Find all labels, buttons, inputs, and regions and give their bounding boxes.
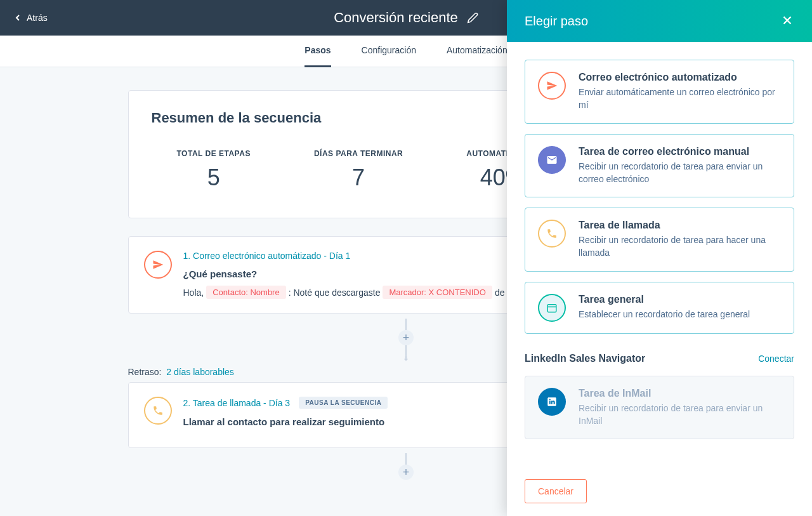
add-step-button[interactable]: + xyxy=(398,330,414,345)
option-desc: Recibir un recordatorio de tarea para en… xyxy=(579,402,781,428)
section-title: LinkedIn Sales Navigator xyxy=(525,353,645,364)
option-automated-email[interactable]: Correo electrónico automatizado Enviar a… xyxy=(525,60,794,124)
stat-total: TOTAL DE ETAPAS 5 xyxy=(177,149,251,191)
phone-icon xyxy=(538,220,566,248)
stat-label: DÍAS PARA TERMINAR xyxy=(314,149,403,158)
stat-label: TOTAL DE ETAPAS xyxy=(177,149,251,158)
option-title: Tarea de llamada xyxy=(579,220,781,231)
close-button[interactable] xyxy=(780,13,794,29)
chevron-left-icon xyxy=(13,13,23,23)
token-content-marker: Marcador: X CONTENIDO xyxy=(383,286,492,299)
option-desc: Recibir un recordatorio de tarea para en… xyxy=(579,160,781,186)
send-icon xyxy=(144,251,172,279)
edit-icon[interactable] xyxy=(467,12,478,23)
stat-value: 5 xyxy=(177,164,251,191)
phone-icon xyxy=(144,397,172,425)
title-wrap: Conversión reciente xyxy=(334,10,478,26)
linkedin-icon xyxy=(538,388,566,416)
option-manual-email[interactable]: Tarea de correo electrónico manual Recib… xyxy=(525,134,794,198)
option-desc: Enviar automáticamente un correo electró… xyxy=(579,86,781,112)
tab-config[interactable]: Configuración xyxy=(362,36,416,67)
choose-step-drawer: Elegir paso Correo electrónico automatiz… xyxy=(507,0,812,516)
tab-steps[interactable]: Pasos xyxy=(304,36,331,67)
svg-rect-2 xyxy=(547,305,556,312)
option-desc: Recibir un recordatorio de tarea para ha… xyxy=(579,234,781,260)
stat-days: DÍAS PARA TERMINAR 7 xyxy=(314,149,403,191)
delay-value[interactable]: 2 días laborables xyxy=(166,367,234,377)
option-title: Correo electrónico automatizado xyxy=(579,72,781,83)
option-title: Tarea de InMail xyxy=(579,388,781,399)
drawer-footer: Cancelar xyxy=(507,466,812,516)
option-inmail-task: Tarea de InMail Recibir un recordatorio … xyxy=(525,376,794,440)
delay-label: Retraso: xyxy=(128,367,162,377)
option-title: Tarea de correo electrónico manual xyxy=(579,146,781,157)
drawer-body: Correo electrónico automatizado Enviar a… xyxy=(507,42,812,466)
connect-link[interactable]: Conectar xyxy=(758,354,794,364)
cancel-button[interactable]: Cancelar xyxy=(525,479,587,503)
send-icon xyxy=(538,72,566,100)
calendar-icon xyxy=(538,294,566,322)
envelope-icon xyxy=(538,146,566,174)
pause-badge: PAUSA LA SECUENCIA xyxy=(299,397,388,409)
option-general-task[interactable]: Tarea general Establecer un recordatorio… xyxy=(525,282,794,334)
drawer-title: Elegir paso xyxy=(525,14,588,29)
stat-value: 7 xyxy=(314,164,403,191)
option-title: Tarea general xyxy=(579,294,781,305)
drawer-header: Elegir paso xyxy=(507,0,812,42)
linkedin-section-header: LinkedIn Sales Navigator Conectar xyxy=(525,353,794,364)
tab-automation[interactable]: Automatización xyxy=(447,36,508,67)
add-step-button[interactable]: + xyxy=(398,465,414,480)
text: : Noté que descargaste xyxy=(289,288,381,298)
close-icon xyxy=(780,13,794,27)
text: de xyxy=(495,288,505,298)
arrow-down-icon xyxy=(402,355,410,362)
back-button[interactable]: Atrás xyxy=(13,13,48,23)
back-label: Atrás xyxy=(27,13,48,23)
option-desc: Establecer un recordatorio de tarea gene… xyxy=(579,308,781,321)
token-contact-name: Contacto: Nombre xyxy=(206,286,286,299)
page-title: Conversión reciente xyxy=(334,10,458,26)
option-call-task[interactable]: Tarea de llamada Recibir un recordatorio… xyxy=(525,208,794,272)
text: Hola, xyxy=(183,288,204,298)
step-meta-text: 2. Tarea de llamada - Día 3 xyxy=(183,398,291,408)
